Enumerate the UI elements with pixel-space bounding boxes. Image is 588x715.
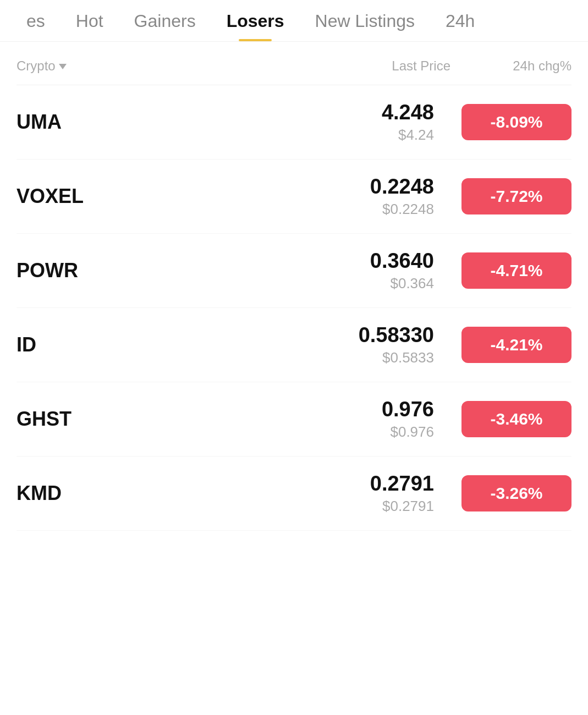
tab-new-listings[interactable]: New Listings bbox=[300, 0, 430, 41]
price-main: 0.2791 bbox=[370, 472, 434, 496]
change-badge: -7.72% bbox=[461, 178, 571, 215]
price-section: 0.2248 $0.2248 bbox=[324, 175, 434, 218]
price-usd: $0.364 bbox=[390, 275, 434, 292]
change-badge: -3.46% bbox=[461, 401, 571, 437]
price-section: 4.248 $4.24 bbox=[324, 101, 434, 144]
price-section: 0.2791 $0.2791 bbox=[324, 472, 434, 515]
table-row[interactable]: POWR 0.3640 $0.364 -4.71% bbox=[17, 234, 571, 308]
price-usd: $0.976 bbox=[390, 424, 434, 441]
price-usd: $0.2791 bbox=[382, 498, 434, 515]
change-badge: -3.26% bbox=[461, 475, 571, 512]
crypto-symbol: VOXEL bbox=[17, 185, 138, 208]
price-section: 0.3640 $0.364 bbox=[324, 249, 434, 292]
price-main: 0.2248 bbox=[370, 175, 434, 199]
row-right: 0.976 $0.976 -3.46% bbox=[324, 398, 571, 441]
sort-arrow-icon bbox=[59, 64, 67, 69]
tab-losers[interactable]: Losers bbox=[211, 0, 300, 41]
crypto-sort-button[interactable]: Crypto bbox=[17, 58, 67, 74]
price-usd: $0.5833 bbox=[382, 349, 434, 366]
crypto-symbol: UMA bbox=[17, 111, 138, 134]
change-badge: -4.21% bbox=[461, 327, 571, 363]
price-main: 0.3640 bbox=[370, 249, 434, 273]
table-header: Crypto Last Price 24h chg% bbox=[17, 53, 571, 85]
price-main: 0.976 bbox=[382, 398, 434, 421]
change-badge: -4.71% bbox=[461, 252, 571, 289]
tabs-nav: es Hot Gainers Losers New Listings 24h bbox=[0, 0, 588, 42]
price-usd: $0.2248 bbox=[382, 201, 434, 218]
table-row[interactable]: ID 0.58330 $0.5833 -4.21% bbox=[17, 308, 571, 382]
crypto-symbol: KMD bbox=[17, 482, 138, 505]
table-row[interactable]: GHST 0.976 $0.976 -3.46% bbox=[17, 382, 571, 457]
table-row[interactable]: VOXEL 0.2248 $0.2248 -7.72% bbox=[17, 160, 571, 234]
crypto-table: Crypto Last Price 24h chg% UMA 4.248 $4.… bbox=[0, 42, 588, 542]
change-header: 24h chg% bbox=[483, 58, 571, 74]
crypto-symbol: POWR bbox=[17, 259, 138, 282]
price-section: 0.976 $0.976 bbox=[324, 398, 434, 441]
row-right: 0.58330 $0.5833 -4.21% bbox=[324, 323, 571, 366]
change-badge: -8.09% bbox=[461, 104, 571, 140]
crypto-symbol: GHST bbox=[17, 408, 138, 431]
crypto-header-label: Crypto bbox=[17, 58, 56, 74]
row-right: 0.2791 $0.2791 -3.26% bbox=[324, 472, 571, 515]
row-right: 0.3640 $0.364 -4.71% bbox=[324, 249, 571, 292]
crypto-rows: UMA 4.248 $4.24 -8.09% VOXEL 0.2248 $0.2… bbox=[17, 85, 571, 531]
row-right: 0.2248 $0.2248 -7.72% bbox=[324, 175, 571, 218]
tab-24h[interactable]: 24h bbox=[430, 0, 490, 41]
table-row[interactable]: KMD 0.2791 $0.2791 -3.26% bbox=[17, 457, 571, 531]
tab-es[interactable]: es bbox=[11, 0, 61, 41]
tab-gainers[interactable]: Gainers bbox=[119, 0, 211, 41]
row-right: 4.248 $4.24 -8.09% bbox=[324, 101, 571, 144]
price-usd: $4.24 bbox=[398, 127, 434, 144]
header-right-cols: Last Price 24h chg% bbox=[362, 58, 571, 74]
price-main: 0.58330 bbox=[359, 323, 434, 347]
table-row[interactable]: UMA 4.248 $4.24 -8.09% bbox=[17, 85, 571, 160]
crypto-symbol: ID bbox=[17, 333, 138, 356]
last-price-header: Last Price bbox=[362, 58, 450, 74]
tab-hot[interactable]: Hot bbox=[61, 0, 119, 41]
price-section: 0.58330 $0.5833 bbox=[324, 323, 434, 366]
price-main: 4.248 bbox=[382, 101, 434, 124]
